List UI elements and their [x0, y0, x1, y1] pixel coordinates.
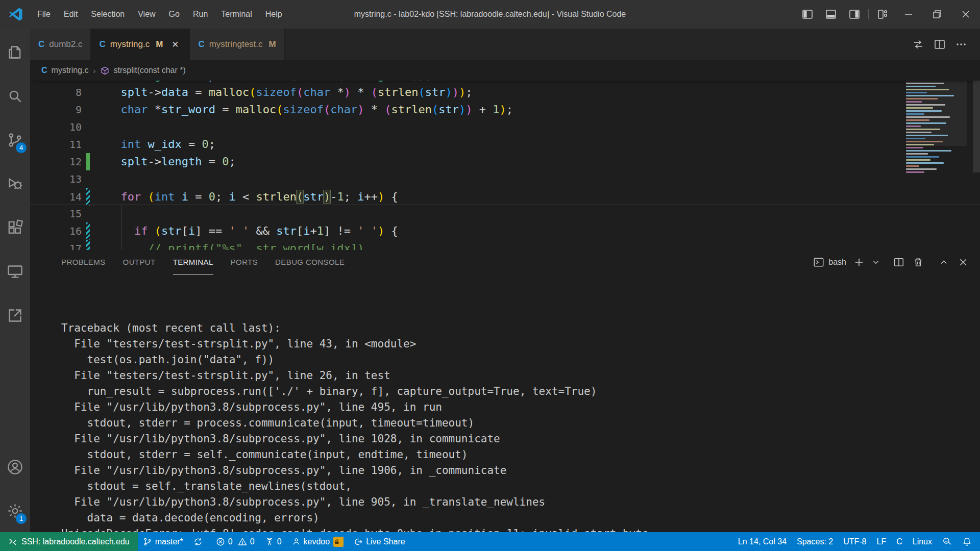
sync-indicator[interactable] [188, 532, 211, 551]
terminal-dropdown-icon[interactable] [869, 252, 883, 272]
accounts-icon[interactable] [0, 450, 30, 483]
line-number: 15 [30, 205, 82, 222]
terminal-line: File "/usr/lib/python3.8/subprocess.py",… [61, 431, 980, 447]
explorer-icon[interactable] [0, 36, 30, 68]
terminal-line: stdout, stderr = self._communicate(input… [61, 447, 980, 463]
ports-indicator[interactable]: 0 [260, 532, 287, 551]
lock-icon [333, 537, 344, 547]
restore-button[interactable] [923, 0, 951, 29]
more-actions-icon[interactable] [950, 29, 972, 60]
minimap-line [906, 116, 950, 118]
editor-line-12: 12 splt->length = 0; [30, 153, 980, 170]
panel-tab-problems[interactable]: PROBLEMS [61, 250, 106, 274]
eol-sequence[interactable]: LF [872, 532, 892, 551]
terminal-line: File "testers/test-strsplit.py", line 26… [61, 368, 980, 384]
terminal-output[interactable]: Traceback (most recent call last): File … [30, 274, 980, 551]
git-branch-indicator[interactable]: master* [138, 532, 188, 551]
terminal-line: test(os.path.join("data", f)) [61, 352, 980, 368]
toggle-sidebar-icon[interactable] [796, 0, 819, 29]
minimap-line [906, 168, 937, 170]
menu-terminal[interactable]: Terminal [214, 10, 258, 19]
live-share-status[interactable]: Live Share [349, 532, 410, 551]
breadcrumb-file[interactable]: mystring.c [52, 66, 89, 75]
customize-layout-icon[interactable] [871, 0, 894, 29]
menu-edit[interactable]: Edit [57, 10, 85, 19]
menu-selection[interactable]: Selection [84, 10, 131, 19]
close-panel-icon[interactable] [953, 252, 973, 272]
tab-dumb2.c[interactable]: Cdumb2.c [30, 29, 91, 60]
panel-tab-terminal[interactable]: TERMINAL [173, 250, 213, 274]
liveshare-user[interactable]: kevdoo [287, 532, 349, 551]
menu-help[interactable]: Help [259, 10, 289, 19]
cursor-position[interactable]: Ln 14, Col 34 [733, 532, 792, 551]
menu-run[interactable]: Run [186, 10, 214, 19]
kill-terminal-icon[interactable] [909, 252, 928, 272]
settings-gear-icon[interactable]: 1 [0, 494, 30, 527]
editor-line-13: 13 [30, 170, 980, 188]
editor-line-14: 14 for (int i = 0; i < strlen(str)-1; i+… [30, 188, 980, 205]
minimap-line [906, 95, 954, 96]
c-file-icon: C [198, 39, 204, 49]
panel-tab-ports[interactable]: PORTS [231, 250, 258, 274]
live-share-status-icon [354, 537, 363, 546]
minimap-line [906, 159, 930, 161]
minimap-line [906, 122, 946, 124]
line-number: 10 [30, 118, 82, 136]
menu-file[interactable]: File [31, 10, 57, 19]
minimize-button[interactable] [894, 0, 923, 29]
feedback-icon[interactable] [937, 532, 957, 551]
editor-lines: StringList *splt = malloc(sizeof(StringL… [30, 81, 980, 250]
tab-mystring.c[interactable]: Cmystring.cM✕ [91, 29, 190, 60]
language-mode[interactable]: C [891, 532, 908, 551]
status-bar: SSH: labradoodle.caltech.edu master* 0 0… [0, 532, 980, 551]
search-icon[interactable] [0, 80, 30, 112]
editor-line-17: 17 // printf("%s", str_word[w_idx]) [30, 240, 980, 250]
split-terminal-icon[interactable] [889, 252, 909, 272]
terminal-line: data = data.decode(encoding, errors) [61, 510, 980, 526]
encoding[interactable]: UTF-8 [838, 532, 871, 551]
indentation[interactable]: Spaces: 2 [792, 532, 838, 551]
editor-line-9: 9 char *str_word = malloc(sizeof(char) *… [30, 101, 980, 118]
minimap-line [906, 132, 932, 133]
source-control-icon[interactable]: 4 [0, 123, 30, 156]
close-window-button[interactable] [951, 0, 980, 29]
live-share-icon[interactable] [0, 299, 30, 332]
minimap-line [906, 138, 925, 139]
toggle-panel-icon[interactable] [819, 0, 843, 29]
editor-scrollbar[interactable] [973, 81, 980, 172]
new-terminal-icon[interactable] [849, 252, 869, 272]
extensions-icon[interactable] [0, 211, 30, 244]
close-tab-icon[interactable]: ✕ [169, 39, 181, 50]
run-debug-icon[interactable] [0, 167, 30, 200]
remote-icon [8, 537, 17, 546]
tab-label: mystring.c [110, 39, 150, 49]
maximize-panel-icon[interactable] [934, 252, 953, 272]
remote-explorer-icon[interactable] [0, 255, 30, 288]
toggle-secondary-sidebar-icon[interactable] [843, 0, 866, 29]
panel-actions: bash [813, 252, 980, 272]
open-changes-icon[interactable] [908, 29, 929, 60]
minimap[interactable] [906, 81, 967, 183]
problems-indicator[interactable]: 0 0 [211, 532, 260, 551]
menu-go[interactable]: Go [162, 10, 186, 19]
editor-line-8: 8 splt->data = malloc(sizeof(char *) * (… [30, 84, 980, 101]
sync-icon [193, 537, 203, 546]
tab-mystringtest.c[interactable]: Cmystringtest.cM [190, 29, 284, 60]
notifications-bell-icon[interactable] [957, 532, 980, 551]
remote-os[interactable]: Linux [908, 532, 937, 551]
terminal-shell-label[interactable]: bash [813, 257, 846, 268]
code-text: splt->length = 0; [107, 153, 236, 170]
activity-bar: 4 1 [0, 29, 30, 532]
line-number: 13 [30, 170, 82, 188]
split-editor-icon[interactable] [929, 29, 950, 60]
minimap-line [906, 150, 951, 152]
modified-badge: M [156, 39, 163, 49]
c-file-icon: C [41, 66, 47, 75]
minimap-line [906, 162, 944, 164]
remote-indicator[interactable]: SSH: labradoodle.caltech.edu [0, 532, 138, 551]
panel-tab-output[interactable]: OUTPUT [123, 250, 156, 274]
menu-view[interactable]: View [131, 10, 162, 19]
code-editor[interactable]: StringList *splt = malloc(sizeof(StringL… [30, 81, 980, 250]
breadcrumb-symbol[interactable]: strsplit(const char *) [113, 66, 185, 75]
panel-tab-debug-console[interactable]: DEBUG CONSOLE [275, 250, 345, 274]
